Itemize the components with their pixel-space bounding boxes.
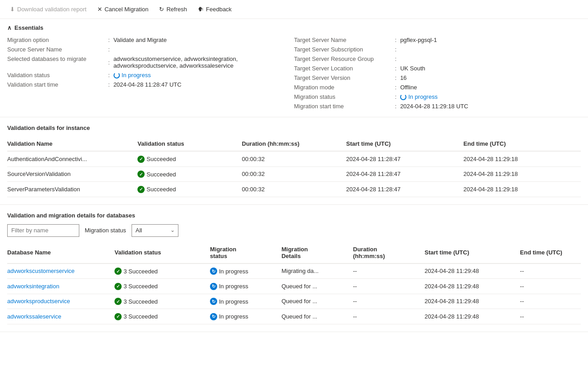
db-migration-details-cell: Queued for ... bbox=[282, 309, 353, 324]
table-row: advworksintegration 3 Succeeded In progr… bbox=[7, 279, 581, 294]
duration-cell: 00:00:32 bbox=[242, 151, 346, 166]
table-row: ServerParametersValidation Succeeded 00:… bbox=[7, 182, 581, 197]
migration-mode-row: Migration mode : Offline bbox=[294, 84, 581, 91]
table-row: advworkssaleservice 3 Succeeded In progr… bbox=[7, 309, 581, 324]
duration-cell: 00:00:32 bbox=[242, 182, 346, 197]
col-db-end: End time (UTC) bbox=[520, 242, 581, 263]
db-name-link[interactable]: advworksproductservice bbox=[7, 298, 70, 305]
db-name-cell[interactable]: advworksintegration bbox=[7, 279, 114, 294]
table-row: advworkscustomerservice 3 Succeeded In p… bbox=[7, 263, 581, 279]
validation-databases-section: Validation and migration details for dat… bbox=[0, 205, 588, 332]
db-name-cell[interactable]: advworksproductservice bbox=[7, 294, 114, 309]
db-end-cell: -- bbox=[520, 309, 581, 324]
col-start-time: Start time (UTC) bbox=[346, 137, 463, 151]
toolbar: ⬇ Download validation report ✕ Cancel Mi… bbox=[0, 0, 588, 19]
succeeded-icon bbox=[137, 186, 145, 193]
db-name-link[interactable]: advworkscustomerservice bbox=[7, 268, 75, 274]
target-version-row: Target Server Version : 16 bbox=[294, 74, 581, 81]
source-server-row: Source Server Name : bbox=[7, 46, 294, 53]
db-migration-details-cell: Migrating da... bbox=[282, 263, 353, 279]
db-validation-status-cell: 3 Succeeded bbox=[114, 279, 210, 294]
download-icon: ⬇ bbox=[10, 6, 15, 13]
db-migration-status-cell: In progress bbox=[210, 294, 282, 309]
start-time-cell: 2024-04-28 11:28:47 bbox=[346, 166, 463, 182]
in-progress-icon bbox=[210, 268, 217, 275]
validation-status-row: Validation status : In progress bbox=[7, 72, 294, 78]
target-server-row: Target Server Name : pgflex-pgsql-1 bbox=[294, 37, 581, 43]
db-start-cell: 2024-04-28 11:29:48 bbox=[424, 279, 520, 294]
db-name-cell[interactable]: advworkscustomerservice bbox=[7, 263, 114, 279]
migration-status-select[interactable]: All In progress Succeeded Failed bbox=[132, 224, 178, 237]
col-db-validation-status: Validation status bbox=[114, 242, 210, 263]
validation-databases-table: Database Name Validation status Migratio… bbox=[7, 242, 581, 324]
succeeded-icon bbox=[114, 268, 122, 275]
end-time-cell: 2024-04-28 11:29:18 bbox=[464, 166, 581, 182]
feedback-icon: 🗣 bbox=[198, 6, 204, 13]
db-duration-cell: -- bbox=[353, 294, 425, 309]
db-name-link[interactable]: advworkssaleservice bbox=[7, 313, 61, 320]
col-end-time: End time (UTC) bbox=[464, 137, 581, 151]
validation-instance-section: Validation details for instance Validati… bbox=[0, 117, 588, 205]
db-start-cell: 2024-04-28 11:29:48 bbox=[424, 294, 520, 309]
col-validation-status: Validation status bbox=[137, 137, 242, 151]
succeeded-icon bbox=[137, 171, 145, 178]
cancel-icon: ✕ bbox=[97, 6, 102, 13]
db-migration-details-cell: Queued for ... bbox=[282, 279, 353, 294]
succeeded-icon bbox=[114, 298, 122, 305]
start-time-cell: 2024-04-28 11:28:47 bbox=[346, 151, 463, 166]
cancel-migration-button[interactable]: ✕ Cancel Migration bbox=[93, 4, 153, 14]
feedback-button[interactable]: 🗣 Feedback bbox=[193, 4, 236, 14]
db-migration-status-cell: In progress bbox=[210, 279, 282, 294]
succeeded-icon bbox=[114, 283, 122, 290]
validation-instance-title: Validation details for instance bbox=[7, 125, 581, 131]
essentials-section: ∧ Essentials Migration option : Validate… bbox=[0, 19, 588, 117]
validation-instance-table: Validation Name Validation status Durati… bbox=[7, 137, 581, 197]
selected-dbs-row: Selected databases to migrate : advworks… bbox=[7, 55, 294, 69]
migration-status-row: Migration status : In progress bbox=[294, 93, 581, 100]
db-migration-status-cell: In progress bbox=[210, 309, 282, 324]
col-db-start: Start time (UTC) bbox=[424, 242, 520, 263]
col-validation-name: Validation Name bbox=[7, 137, 137, 151]
download-validation-report-button[interactable]: ⬇ Download validation report bbox=[5, 4, 91, 14]
db-start-cell: 2024-04-28 11:29:48 bbox=[424, 263, 520, 279]
migration-status-select-wrapper: All In progress Succeeded Failed bbox=[132, 224, 178, 237]
validation-name-cell: AuthenticationAndConnectivi... bbox=[7, 151, 137, 166]
chevron-up-icon: ∧ bbox=[7, 24, 12, 31]
table-row: advworksproductservice 3 Succeeded In pr… bbox=[7, 294, 581, 309]
in-progress-icon bbox=[210, 298, 217, 305]
validation-name-cell: SourceVersionValidation bbox=[7, 166, 137, 182]
duration-cell: 00:00:32 bbox=[242, 166, 346, 182]
validation-start-row: Validation start time : 2024-04-28 11:28… bbox=[7, 81, 294, 88]
db-name-cell[interactable]: advworkssaleservice bbox=[7, 309, 114, 324]
db-table-header-row: Database Name Validation status Migratio… bbox=[7, 242, 581, 263]
refresh-button[interactable]: ↻ Refresh bbox=[155, 4, 191, 14]
validation-name-cell: ServerParametersValidation bbox=[7, 182, 137, 197]
validation-status-cell: Succeeded bbox=[137, 151, 242, 166]
target-location-row: Target Server Location : UK South bbox=[294, 65, 581, 72]
filter-by-name-input[interactable] bbox=[7, 224, 79, 237]
db-duration-cell: -- bbox=[353, 309, 425, 324]
in-progress-icon bbox=[210, 283, 217, 290]
col-duration: Duration (hh:mm:ss) bbox=[242, 137, 346, 151]
col-db-migration-details: MigrationDetails bbox=[282, 242, 353, 263]
migration-status-icon bbox=[400, 94, 406, 100]
essentials-left: Migration option : Validate and Migrate … bbox=[7, 37, 294, 110]
db-validation-status-cell: 3 Succeeded bbox=[114, 263, 210, 279]
succeeded-icon bbox=[137, 156, 145, 163]
db-migration-status-cell: In progress bbox=[210, 263, 282, 279]
in-progress-icon bbox=[210, 313, 217, 320]
col-db-duration: Duration(hh:mm:ss) bbox=[353, 242, 425, 263]
db-start-cell: 2024-04-28 11:29:48 bbox=[424, 309, 520, 324]
target-rg-row: Target Server Resource Group : bbox=[294, 55, 581, 62]
validation-status-cell: Succeeded bbox=[137, 166, 242, 182]
col-db-name: Database Name bbox=[7, 242, 114, 263]
end-time-cell: 2024-04-28 11:29:18 bbox=[464, 182, 581, 197]
refresh-icon: ↻ bbox=[159, 6, 164, 13]
db-duration-cell: -- bbox=[353, 279, 425, 294]
validation-status-cell: Succeeded bbox=[137, 182, 242, 197]
essentials-grid: Migration option : Validate and Migrate … bbox=[7, 37, 581, 110]
db-name-link[interactable]: advworksintegration bbox=[7, 283, 59, 290]
col-db-migration-status: Migrationstatus bbox=[210, 242, 282, 263]
db-duration-cell: -- bbox=[353, 263, 425, 279]
essentials-toggle[interactable]: ∧ Essentials bbox=[7, 24, 581, 31]
